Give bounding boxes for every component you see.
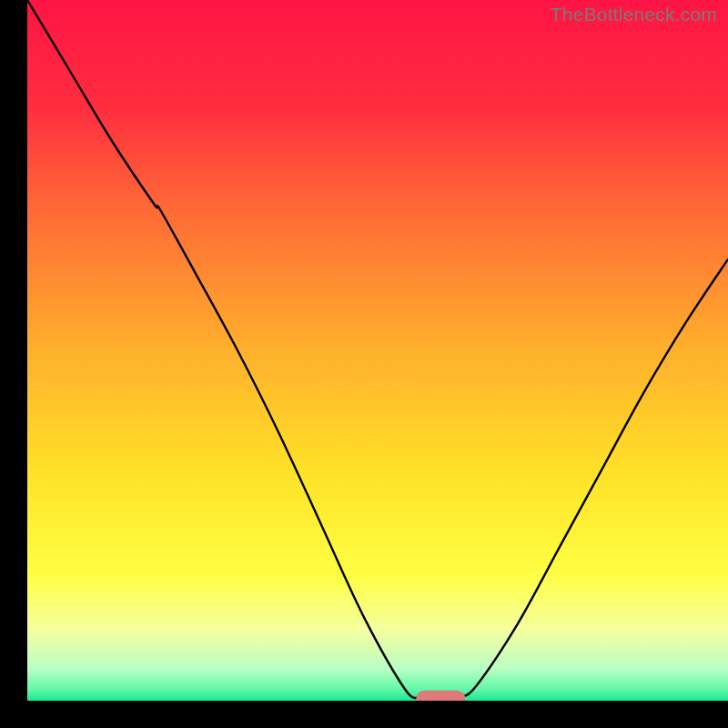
watermark-text: TheBottleneck.com [551, 4, 717, 25]
chart-canvas [27, 0, 728, 701]
optimal-marker [416, 691, 465, 701]
chart-stage: TheBottleneck.com [0, 0, 728, 728]
chart-background [27, 0, 728, 701]
